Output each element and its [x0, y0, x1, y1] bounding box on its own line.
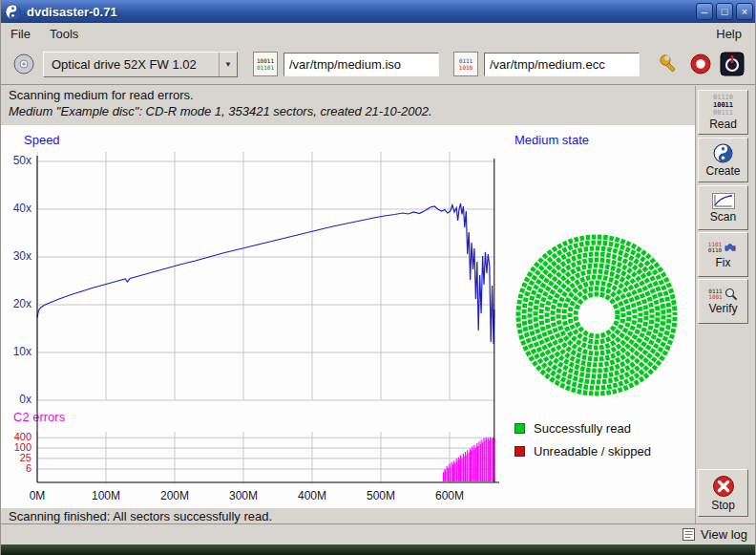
wrench-icon [657, 52, 682, 76]
read-button-label: Read [709, 117, 737, 131]
log-icon [682, 528, 695, 541]
stop-button[interactable]: Stop [698, 469, 748, 517]
create-button-label: Create [705, 164, 740, 178]
medium-state-title: Medium state [514, 133, 589, 147]
ecc-chip-row: 0111 [459, 57, 472, 64]
menu-tools[interactable]: Tools [40, 25, 88, 43]
red-swatch-icon [514, 446, 525, 457]
sidebar-separator [695, 86, 696, 523]
toolbar: Optical drive 52X FW 1.02 ▼ 10011 01101 … [1, 44, 756, 85]
green-swatch-icon [514, 423, 525, 434]
status-line-2: Medium "Example disc": CD-R mode 1, 3534… [9, 104, 432, 118]
ecc-image-icon: 0111 1010 [453, 52, 478, 76]
fix-button[interactable]: 1101 0110 Fix [698, 232, 748, 277]
scan-chart-icon [712, 193, 735, 209]
finished-status: Scanning finished: All sectors successfu… [9, 509, 272, 523]
maximize-button[interactable]: □ [716, 3, 733, 20]
app-icon [5, 4, 21, 20]
iso-chip-row: 10011 [257, 57, 274, 64]
minimize-button[interactable]: – [696, 3, 713, 20]
binary-icon: 1001 [708, 294, 722, 300]
view-log-label: View log [701, 527, 747, 542]
close-button[interactable]: × [736, 3, 753, 20]
scan-button[interactable]: Scan [698, 185, 748, 230]
verify-button-label: Verify [708, 302, 737, 315]
titlebar[interactable]: dvdisaster-0.71 – □ × [1, 0, 756, 23]
legend-label: Successfully read [534, 421, 631, 436]
verify-icon: 0111 1001 [708, 288, 737, 301]
stop-icon [712, 475, 735, 498]
iso-image-icon: 10011 01101 [253, 52, 278, 76]
view-log-button[interactable]: View log [673, 527, 756, 542]
iso-chip-row: 01101 [257, 64, 274, 71]
medium-state-disc [509, 227, 684, 403]
menubar: File Tools Help [1, 23, 756, 44]
chevron-down-icon: ▼ [219, 53, 237, 76]
stop-button-label: Stop [711, 499, 735, 512]
minimize-icon: – [702, 7, 707, 17]
preferences-button[interactable] [654, 49, 684, 79]
binary-icon: 00111 [713, 110, 733, 117]
ecc-path-input[interactable] [484, 53, 640, 76]
drive-button[interactable] [9, 49, 39, 79]
fix-button-label: Fix [716, 256, 731, 269]
binary-icon: 0110 [708, 247, 722, 253]
quit-button[interactable] [717, 49, 747, 79]
binary-icon: 01110 [713, 95, 733, 101]
desktop-strip [1, 544, 756, 555]
close-icon: × [742, 7, 747, 17]
puzzle-piece-icon [724, 241, 738, 255]
dvdisaster-logo-icon [689, 53, 712, 75]
disc-drive-icon [12, 53, 35, 75]
verify-button[interactable]: 0111 1001 Verify [698, 279, 748, 324]
speed-chart-title: Speed [24, 133, 60, 147]
yin-yang-icon [713, 143, 733, 163]
magnifier-icon [724, 288, 738, 301]
legend-unreadable: Unreadable / skipped [514, 444, 651, 459]
drive-select[interactable]: Optical drive 52X FW 1.02 ▼ [43, 52, 238, 77]
bottombar: View log [1, 523, 756, 544]
legend-label: Unreadable / skipped [534, 444, 651, 459]
binary-icon: 10011 [713, 102, 733, 109]
speed-c2-chart [35, 151, 499, 487]
power-icon [720, 52, 745, 76]
menu-help[interactable]: Help [706, 25, 751, 43]
fix-icon: 1101 0110 [708, 241, 738, 255]
maximize-icon: □ [722, 7, 728, 17]
dvdisaster-window: dvdisaster-0.71 – □ × File Tools Help Op… [0, 0, 756, 555]
about-button[interactable] [685, 49, 716, 79]
create-button[interactable]: Create [698, 138, 748, 182]
status-line-1: Scanning medium for read errors. [9, 88, 194, 102]
scan-button-label: Scan [710, 210, 736, 224]
read-button[interactable]: 01110 10011 00111 Read [698, 90, 748, 135]
menu-file[interactable]: File [1, 25, 40, 43]
iso-path-input[interactable] [284, 53, 439, 76]
legend-successfully-read: Successfully read [514, 421, 631, 436]
window-title: dvdisaster-0.71 [27, 5, 693, 19]
drive-select-value: Optical drive 52X FW 1.02 [44, 57, 219, 72]
ecc-chip-row: 1010 [459, 64, 472, 71]
